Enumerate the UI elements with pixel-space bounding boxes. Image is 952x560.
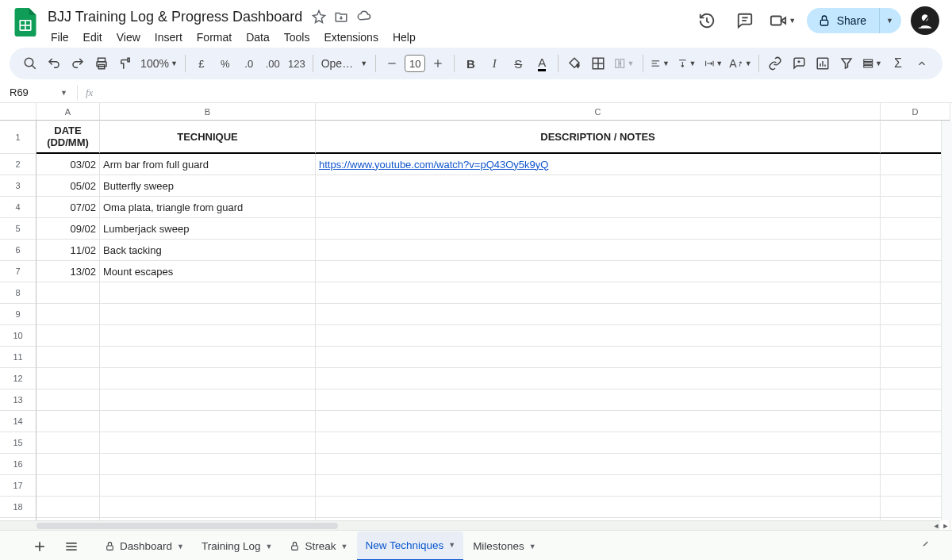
cell-B11[interactable] xyxy=(100,347,316,368)
undo-button[interactable] xyxy=(43,52,65,75)
menu-file[interactable]: File xyxy=(44,29,75,45)
cell-B6[interactable]: Back tacking xyxy=(100,240,316,261)
decrease-font-button[interactable] xyxy=(381,52,403,75)
zoom-select[interactable]: 100% ▼ xyxy=(138,52,180,75)
cell-C10[interactable] xyxy=(316,325,881,347)
row-header[interactable]: 1 xyxy=(0,121,36,154)
col-header-C[interactable]: C xyxy=(316,103,881,121)
cell-A12[interactable] xyxy=(36,368,100,389)
cell-B4[interactable]: Oma plata, triangle from guard xyxy=(100,197,316,218)
menu-insert[interactable]: Insert xyxy=(148,29,189,45)
menu-format[interactable]: Format xyxy=(190,29,238,45)
menu-edit[interactable]: Edit xyxy=(77,29,109,45)
history-icon[interactable] xyxy=(693,6,721,35)
add-sheet-button[interactable] xyxy=(25,532,54,561)
cell-B16[interactable] xyxy=(100,454,316,475)
cell-D7[interactable] xyxy=(881,261,950,282)
cloud-status-icon[interactable] xyxy=(356,10,372,24)
cell-B9[interactable] xyxy=(100,304,316,325)
cell-B1[interactable]: TECHNIQUE xyxy=(100,121,316,154)
increase-decimal-button[interactable]: .00 xyxy=(262,52,284,75)
cell-C1[interactable]: DESCRIPTION / NOTES xyxy=(316,121,881,154)
sheet-tab-dashboard[interactable]: Dashboard▼ xyxy=(97,531,192,561)
chevron-down-icon[interactable]: ▼ xyxy=(448,541,455,549)
cell-C12[interactable] xyxy=(316,368,881,389)
cell-A18[interactable] xyxy=(36,497,100,518)
cell-C8[interactable] xyxy=(316,282,881,304)
increase-font-button[interactable] xyxy=(427,52,449,75)
cell-B5[interactable]: Lumberjack sweep xyxy=(100,218,316,240)
vertical-scrollbar[interactable] xyxy=(941,121,952,520)
cell-D8[interactable] xyxy=(881,282,950,304)
row-header[interactable]: 15 xyxy=(0,432,36,454)
share-dropdown[interactable]: ▼ xyxy=(879,8,901,33)
strikethrough-button[interactable]: S xyxy=(507,52,529,75)
meet-icon[interactable]: ▼ xyxy=(769,6,797,35)
cell-A4[interactable]: 07/02 xyxy=(36,197,100,218)
cell-C4[interactable] xyxy=(316,197,881,218)
cell-D9[interactable] xyxy=(881,304,950,325)
cell-C9[interactable] xyxy=(316,304,881,325)
cell-B14[interactable] xyxy=(100,411,316,432)
italic-button[interactable]: I xyxy=(483,52,505,75)
menu-data[interactable]: Data xyxy=(240,29,276,45)
cell-D14[interactable] xyxy=(881,411,950,432)
borders-button[interactable] xyxy=(587,52,609,75)
cell-A1[interactable]: DATE (DD/MM) xyxy=(36,121,100,154)
star-icon[interactable] xyxy=(312,10,326,24)
all-sheets-button[interactable] xyxy=(57,532,86,561)
cell-A9[interactable] xyxy=(36,304,100,325)
cell-C14[interactable] xyxy=(316,411,881,432)
cell-B18[interactable] xyxy=(100,497,316,518)
row-header[interactable]: 5 xyxy=(0,218,36,240)
search-menus-button[interactable] xyxy=(19,52,41,75)
row-header[interactable]: 8 xyxy=(0,282,36,304)
row-header[interactable]: 10 xyxy=(0,325,36,347)
col-header-A[interactable]: A xyxy=(36,103,100,121)
cell-D11[interactable] xyxy=(881,347,950,368)
horizontal-scrollbar[interactable] xyxy=(0,520,940,530)
row-header[interactable]: 4 xyxy=(0,197,36,218)
cell-C6[interactable] xyxy=(316,240,881,261)
v-align-button[interactable]: ▼ xyxy=(674,52,700,75)
cell-C3[interactable] xyxy=(316,175,881,197)
paint-format-button[interactable] xyxy=(114,52,136,75)
share-button[interactable]: Share xyxy=(807,8,879,33)
rotate-button[interactable]: A↗ ▼ xyxy=(727,52,754,75)
col-header-D[interactable]: D xyxy=(881,103,950,121)
cell-D2[interactable] xyxy=(881,154,950,175)
chevron-down-icon[interactable]: ▼ xyxy=(266,543,273,550)
name-box-dropdown[interactable]: ▼ xyxy=(54,89,74,97)
cell-D10[interactable] xyxy=(881,325,950,347)
sheet-tab-streak[interactable]: Streak▼ xyxy=(282,531,355,561)
row-header[interactable]: 17 xyxy=(0,475,36,497)
cell-B17[interactable] xyxy=(100,475,316,497)
spreadsheet-grid[interactable]: A B C D 1DATE (DD/MM)TECHNIQUEDESCRIPTIO… xyxy=(0,103,952,530)
cell-B10[interactable] xyxy=(100,325,316,347)
chevron-down-icon[interactable]: ▼ xyxy=(340,543,347,550)
cell-D12[interactable] xyxy=(881,368,950,389)
scroll-thumb[interactable] xyxy=(36,523,338,529)
cell-D18[interactable] xyxy=(881,497,950,518)
cell-D3[interactable] xyxy=(881,175,950,197)
move-icon[interactable] xyxy=(334,10,348,24)
row-header[interactable]: 12 xyxy=(0,368,36,389)
menu-tools[interactable]: Tools xyxy=(278,29,317,45)
cell-D4[interactable] xyxy=(881,197,950,218)
filter-button[interactable] xyxy=(835,52,858,75)
cell-D5[interactable] xyxy=(881,218,950,240)
font-size-input[interactable]: 10 xyxy=(405,55,426,72)
menu-help[interactable]: Help xyxy=(386,29,422,45)
cell-B12[interactable] xyxy=(100,368,316,389)
redo-button[interactable] xyxy=(67,52,89,75)
cell-A14[interactable] xyxy=(36,411,100,432)
decrease-decimal-button[interactable]: .0 xyxy=(238,52,260,75)
cell-A3[interactable]: 05/02 xyxy=(36,175,100,197)
row-header[interactable]: 14 xyxy=(0,411,36,432)
row-header[interactable]: 7 xyxy=(0,261,36,282)
cell-C2[interactable]: https://www.youtube.com/watch?v=pQ43Oy5k… xyxy=(316,154,881,175)
cell-A8[interactable] xyxy=(36,282,100,304)
print-button[interactable] xyxy=(90,52,113,75)
merge-button[interactable]: ▼ xyxy=(611,52,637,75)
cell-B8[interactable] xyxy=(100,282,316,304)
